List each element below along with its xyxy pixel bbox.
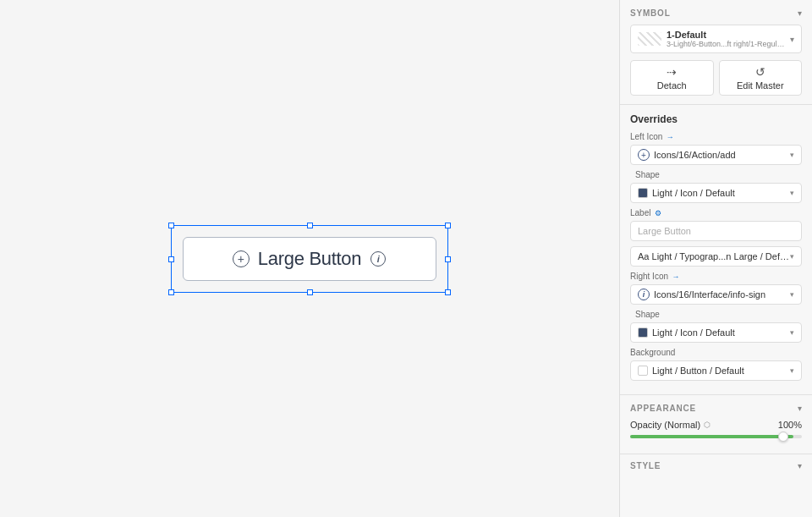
left-shape-chevron: ▾ xyxy=(790,189,794,197)
right-shape-swatch xyxy=(638,327,648,338)
symbol-path: 3-Light/6-Button...ft right/1-Regular/ xyxy=(667,40,785,48)
symbol-title: SYMBOL xyxy=(630,8,671,18)
detach-icon: ⇢ xyxy=(667,65,677,79)
button-label: Large Button xyxy=(258,248,361,270)
opacity-spinner-icon[interactable]: ⬡ xyxy=(704,421,710,429)
edit-master-label: Edit Master xyxy=(737,80,784,91)
background-chevron: ▾ xyxy=(790,366,794,375)
label-typography-chevron: ▾ xyxy=(790,252,794,261)
right-icon-value: Icons/16/Interface/info-sign xyxy=(654,289,765,300)
add-icon-indicator: + xyxy=(638,149,650,161)
handle-ml[interactable] xyxy=(168,256,174,262)
right-shape-select[interactable]: Light / Icon / Default ▾ xyxy=(630,322,802,343)
symbol-action-buttons: ⇢ Detach ↺ Edit Master xyxy=(630,60,802,96)
right-icon-select[interactable]: i Icons/16/Interface/info-sign ▾ xyxy=(630,284,802,305)
label-typography-content: Aa Light / Typograp...n Large / Default xyxy=(638,251,790,261)
add-circle-icon: + xyxy=(233,250,250,267)
left-shape-swatch xyxy=(638,188,648,198)
label-link-icon: ⚙ xyxy=(654,209,662,217)
right-shape-value: Light / Icon / Default xyxy=(652,327,735,338)
handle-tl[interactable] xyxy=(168,223,174,228)
symbol-chevron-icon: ▾ xyxy=(798,8,802,18)
appearance-header: APPEARANCE ▾ xyxy=(630,404,802,413)
right-shape-label: Shape xyxy=(630,310,802,319)
right-shape-content: Light / Icon / Default xyxy=(638,327,790,338)
left-icon-label: Left Icon → xyxy=(630,132,802,141)
style-title: STYLE xyxy=(630,461,661,470)
left-shape-select[interactable]: Light / Icon / Default ▾ xyxy=(630,183,802,203)
background-swatch xyxy=(638,366,648,376)
handle-br[interactable] xyxy=(445,289,451,295)
left-icon-value: Icons/16/Action/add xyxy=(654,150,736,160)
button-preview[interactable]: + Large Button i xyxy=(183,237,436,281)
style-section: STYLE ▾ xyxy=(620,454,812,477)
background-label: Background xyxy=(630,348,802,357)
info-circle-icon: i xyxy=(370,251,386,267)
background-select[interactable]: Light / Button / Default ▾ xyxy=(630,360,802,381)
edit-master-button[interactable]: ↺ Edit Master xyxy=(719,60,803,96)
handle-mr[interactable] xyxy=(445,256,451,262)
opacity-label: Opacity (Normal) ⬡ xyxy=(630,420,710,430)
label-placeholder: Large Button xyxy=(638,226,691,236)
left-shape-content: Light / Icon / Default xyxy=(638,188,790,198)
opacity-slider[interactable] xyxy=(630,435,802,438)
overrides-section: Overrides Left Icon → + Icons/16/Action/… xyxy=(620,105,812,395)
symbol-preview-thumbnail xyxy=(638,32,661,46)
handle-bl[interactable] xyxy=(168,289,174,295)
background-value: Light / Button / Default xyxy=(652,366,744,376)
detach-label: Detach xyxy=(657,80,687,91)
button-left-icon: + xyxy=(233,250,250,267)
appearance-title: APPEARANCE xyxy=(630,404,696,413)
canvas: + Large Button i xyxy=(0,0,619,517)
right-icon-link-icon: → xyxy=(672,272,680,281)
symbol-name: 1-Default xyxy=(667,30,785,40)
handle-tr[interactable] xyxy=(445,223,451,228)
detach-button[interactable]: ⇢ Detach xyxy=(630,60,714,96)
appearance-section: APPEARANCE ▾ Opacity (Normal) ⬡ 100% xyxy=(620,395,812,454)
edit-master-icon: ↺ xyxy=(755,65,765,79)
appearance-chevron-icon: ▾ xyxy=(798,404,802,413)
opacity-row: Opacity (Normal) ⬡ 100% xyxy=(630,420,802,430)
right-icon-label: Right Icon → xyxy=(630,272,802,281)
label-field-label: Label ⚙ xyxy=(630,208,802,217)
left-icon-select[interactable]: + Icons/16/Action/add ▾ xyxy=(630,145,802,165)
opacity-handle[interactable] xyxy=(778,432,788,442)
handle-bc[interactable] xyxy=(307,289,313,295)
style-chevron-icon: ▾ xyxy=(798,461,802,470)
button-right-icon: i xyxy=(370,250,387,267)
left-icon-chevron: ▾ xyxy=(790,151,794,159)
right-icon-chevron: ▾ xyxy=(790,290,794,299)
left-shape-label: Shape xyxy=(630,170,802,179)
symbol-row[interactable]: 1-Default 3-Light/6-Button...ft right/1-… xyxy=(630,25,802,53)
label-typography-value: Aa Light / Typograp...n Large / Default xyxy=(638,251,790,261)
handle-tc[interactable] xyxy=(307,223,313,228)
left-icon-select-content: + Icons/16/Action/add xyxy=(638,149,790,161)
opacity-fill xyxy=(630,435,793,438)
right-panel: SYMBOL ▾ 1-Default 3-Light/6-Button...ft… xyxy=(619,0,812,517)
symbol-section: SYMBOL ▾ 1-Default 3-Light/6-Button...ft… xyxy=(620,0,812,105)
overrides-title: Overrides xyxy=(630,113,802,125)
label-typography-select[interactable]: Aa Light / Typograp...n Large / Default … xyxy=(630,246,802,267)
symbol-dropdown-icon: ▾ xyxy=(790,35,794,44)
right-shape-chevron: ▾ xyxy=(790,328,794,337)
style-header: STYLE ▾ xyxy=(630,461,802,470)
opacity-value: 100% xyxy=(778,420,802,430)
right-icon-select-content: i Icons/16/Interface/info-sign xyxy=(638,289,790,300)
left-icon-link-icon: → xyxy=(666,133,674,141)
symbol-info: 1-Default 3-Light/6-Button...ft right/1-… xyxy=(667,30,785,48)
symbol-header: SYMBOL ▾ xyxy=(630,8,802,18)
info-icon-indicator: i xyxy=(638,289,650,300)
background-content: Light / Button / Default xyxy=(638,366,790,376)
left-shape-value: Light / Icon / Default xyxy=(652,188,735,198)
label-text-input[interactable]: Large Button xyxy=(630,221,802,241)
